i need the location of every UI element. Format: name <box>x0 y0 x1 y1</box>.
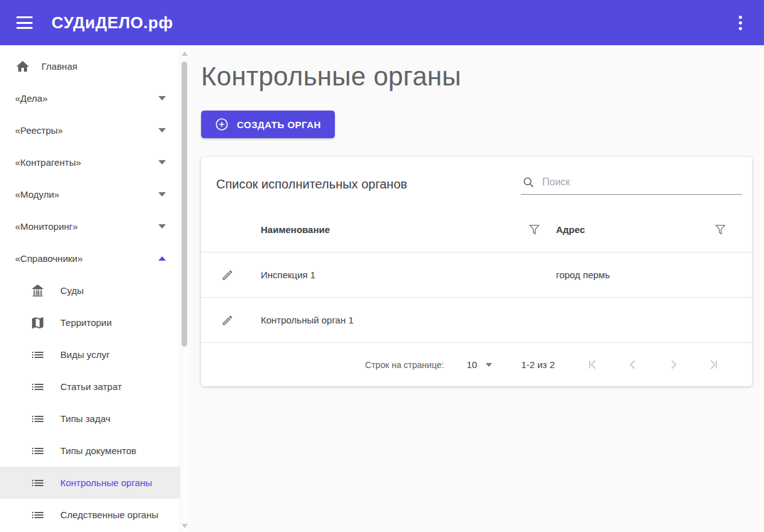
scrollbar-thumb[interactable] <box>182 62 187 347</box>
sidebar-item-home[interactable]: Главная <box>0 50 188 82</box>
map-icon <box>30 315 45 330</box>
sidebar-item-label: Территории <box>60 317 112 328</box>
chevron-down-icon <box>158 128 166 133</box>
sidebar-item-label: «Реестры» <box>15 125 158 136</box>
table-header-row: Наименование Адрес <box>201 207 752 252</box>
filter-address-button[interactable] <box>715 224 726 235</box>
scroll-up-arrow-icon[interactable] <box>182 52 188 56</box>
search-icon <box>522 176 535 188</box>
sidebar-item-spravochniki[interactable]: «Справочники» <box>0 242 188 274</box>
edit-row-button[interactable] <box>221 269 234 281</box>
kebab-menu-icon[interactable] <box>733 14 748 31</box>
last-page-button[interactable] <box>693 359 733 371</box>
plus-circle-icon <box>215 117 229 131</box>
courthouse-icon <box>30 283 45 298</box>
app-header: СУДиДЕЛО.рф <box>0 0 764 45</box>
organs-card: Список исполнительных органов Наименован… <box>201 157 752 386</box>
page-title: Контрольные органы <box>201 62 764 92</box>
sidebar-item-label: Следственные органы <box>60 509 158 520</box>
sidebar-item-kontragenty[interactable]: «Контрагенты» <box>0 146 188 178</box>
last-page-icon <box>707 359 719 371</box>
sidebar-item-label: Типы задач <box>60 413 111 424</box>
first-page-button[interactable] <box>572 359 613 371</box>
sidebar-item-label: Типы документов <box>60 445 136 456</box>
sidebar-item-territorii[interactable]: Территории <box>0 307 188 339</box>
table-row: Инспекция 1 город пермь <box>201 252 752 298</box>
list-icon <box>30 379 45 394</box>
rows-per-page-label: Строк на странице: <box>365 360 444 370</box>
home-icon <box>15 59 30 74</box>
sidebar-item-label: «Справочники» <box>15 253 158 264</box>
sidebar-item-label: «Контрагенты» <box>15 157 158 168</box>
sidebar-item-label: Статьи затрат <box>60 381 122 392</box>
card-title: Список исполнительных органов <box>216 177 407 192</box>
list-icon <box>30 508 45 523</box>
sidebar-item-moduli[interactable]: «Модули» <box>0 178 188 210</box>
chevron-down-icon <box>158 224 166 229</box>
list-icon <box>30 411 45 426</box>
list-icon <box>30 475 45 491</box>
cell-address: город пермь <box>556 269 752 280</box>
column-header-name: Наименование <box>261 224 330 235</box>
previous-page-button[interactable] <box>613 359 653 371</box>
edit-row-button[interactable] <box>221 314 234 327</box>
pencil-icon <box>221 269 234 281</box>
list-icon <box>30 347 45 362</box>
sidebar-scrollbar[interactable] <box>180 45 188 532</box>
chevron-right-icon <box>667 359 679 371</box>
sidebar-item-reestry[interactable]: «Реестры» <box>0 114 188 146</box>
main-content: Контрольные органы СОЗДАТЬ ОРГАН Список … <box>188 45 764 532</box>
search-input[interactable] <box>542 176 741 188</box>
cell-name: Контрольный орган 1 <box>261 315 556 325</box>
create-organ-button[interactable]: СОЗДАТЬ ОРГАН <box>201 111 335 138</box>
sidebar-item-label: Суды <box>60 285 84 296</box>
next-page-button[interactable] <box>653 359 693 371</box>
chevron-down-icon <box>486 363 492 367</box>
pagination-bar: Строк на странице: 10 1-2 из 2 <box>201 343 752 386</box>
chevron-down-icon <box>158 96 166 100</box>
filter-funnel-icon <box>715 224 726 235</box>
sidebar-item-sledstvennye-organy[interactable]: Следственные органы <box>0 499 188 531</box>
create-organ-button-label: СОЗДАТЬ ОРГАН <box>237 119 321 130</box>
sidebar-item-stati-zatrat[interactable]: Статьи затрат <box>0 371 188 403</box>
sidebar-item-label: «Дела» <box>15 93 158 104</box>
table-row: Контрольный орган 1 <box>201 298 752 343</box>
search-box <box>521 173 742 195</box>
sidebar-item-label: Главная <box>41 61 77 72</box>
chevron-left-icon <box>627 359 639 371</box>
sidebar-item-tipy-zadach[interactable]: Типы задач <box>0 403 188 435</box>
sidebar-item-vidy-uslug[interactable]: Виды услуг <box>0 339 188 371</box>
sidebar-item-label: Контрольные органы <box>60 477 152 488</box>
pencil-icon <box>221 314 234 327</box>
first-page-icon <box>587 359 599 371</box>
chevron-down-icon <box>158 160 166 165</box>
sidebar-item-label: Виды услуг <box>60 349 110 360</box>
pagination-range: 1-2 из 2 <box>521 359 555 370</box>
hamburger-icon[interactable] <box>16 16 33 29</box>
cell-name: Инспекция 1 <box>261 269 556 280</box>
sidebar-item-kontrolnye-organy[interactable]: Контрольные органы <box>0 467 188 499</box>
chevron-down-icon <box>158 192 166 197</box>
list-icon <box>30 443 45 459</box>
sidebar-item-sudy[interactable]: Суды <box>0 274 188 307</box>
app-title: СУДиДЕЛО.рф <box>52 13 173 33</box>
chevron-up-icon <box>158 256 166 261</box>
rows-per-page-value: 10 <box>467 359 478 370</box>
sidebar-item-dela[interactable]: «Дела» <box>0 82 188 114</box>
column-header-address: Адрес <box>556 224 585 235</box>
sidebar-item-tipy-dokumentov[interactable]: Типы документов <box>0 435 188 467</box>
sidebar-item-label: «Модули» <box>15 189 158 200</box>
filter-funnel-icon <box>529 224 540 235</box>
scroll-down-arrow-icon[interactable] <box>182 524 188 528</box>
rows-per-page-select[interactable]: 10 <box>467 359 493 370</box>
sidebar-item-monitoring[interactable]: «Мониторинг» <box>0 210 188 242</box>
sidebar: Главная «Дела» «Реестры» «Контрагенты» «… <box>0 45 188 532</box>
filter-name-button[interactable] <box>529 224 540 235</box>
sidebar-item-label: «Мониторинг» <box>15 221 158 232</box>
